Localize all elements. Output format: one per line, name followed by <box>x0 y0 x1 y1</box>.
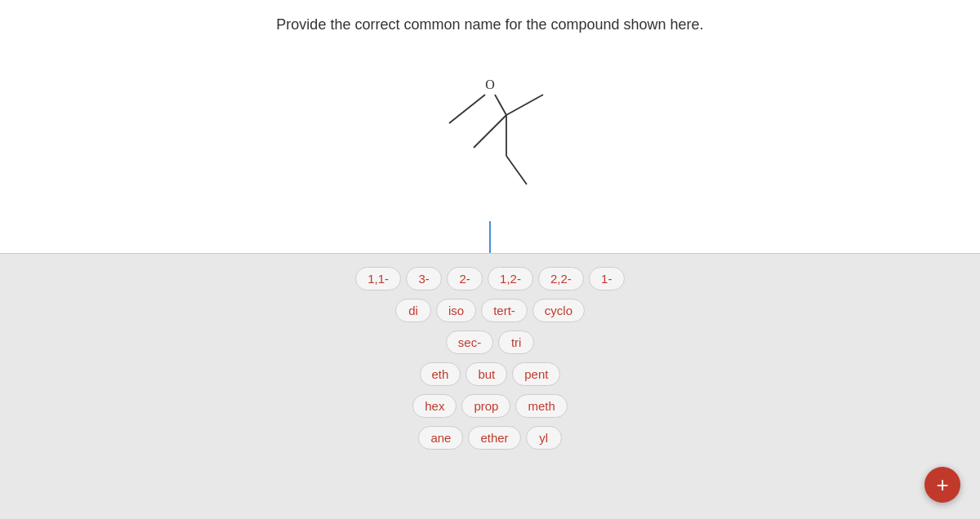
token-2[interactable]: 2- <box>447 267 483 291</box>
token-sec[interactable]: sec- <box>446 330 493 354</box>
token-cyclo[interactable]: cyclo <box>532 299 585 322</box>
token-prop[interactable]: prop <box>461 394 510 418</box>
token-12[interactable]: 1,2- <box>488 267 533 291</box>
svg-line-2 <box>495 95 506 115</box>
text-cursor <box>489 221 491 254</box>
token-but[interactable]: but <box>466 362 507 386</box>
token-11[interactable]: 1,1- <box>355 267 401 291</box>
token-tri[interactable]: tri <box>498 330 534 354</box>
token-22[interactable]: 2,2- <box>538 267 584 291</box>
token-tert[interactable]: tert- <box>481 299 528 322</box>
token-row-row3: sec-tri <box>355 330 625 354</box>
svg-line-6 <box>506 156 527 184</box>
token-eth[interactable]: eth <box>420 362 461 386</box>
token-row-row5: hexpropmeth <box>355 394 625 418</box>
token-row-row6: aneetheryl <box>355 426 625 450</box>
bottom-section: 1,1-3-2-1,2-2,2-1-diisotert-cyclosec-tri… <box>0 254 980 519</box>
token-ane[interactable]: ane <box>418 426 463 450</box>
token-row-row1: 1,1-3-2-1,2-2,2-1- <box>355 267 625 291</box>
svg-text:O: O <box>485 78 495 91</box>
molecule-svg: O <box>400 50 580 205</box>
fab-button[interactable]: + <box>924 467 960 503</box>
svg-line-1 <box>449 95 485 123</box>
svg-line-5 <box>474 115 506 148</box>
token-ether[interactable]: ether <box>468 426 520 450</box>
token-di[interactable]: di <box>395 299 431 322</box>
token-hex[interactable]: hex <box>412 394 457 418</box>
token-row-row2: diisotert-cyclo <box>355 299 625 322</box>
token-rows-container: 1,1-3-2-1,2-2,2-1-diisotert-cyclosec-tri… <box>355 267 625 458</box>
token-3[interactable]: 3- <box>406 267 442 291</box>
question-text: Provide the correct common name for the … <box>276 16 703 33</box>
molecule-diagram: O <box>400 50 580 205</box>
token-pent[interactable]: pent <box>512 362 560 386</box>
svg-line-3 <box>506 95 543 115</box>
top-section: Provide the correct common name for the … <box>0 0 980 205</box>
token-meth[interactable]: meth <box>515 394 567 418</box>
token-iso[interactable]: iso <box>436 299 476 322</box>
token-yl[interactable]: yl <box>526 426 562 450</box>
token-1[interactable]: 1- <box>589 267 625 291</box>
divider-section <box>0 205 980 254</box>
token-row-row4: ethbutpent <box>355 362 625 386</box>
